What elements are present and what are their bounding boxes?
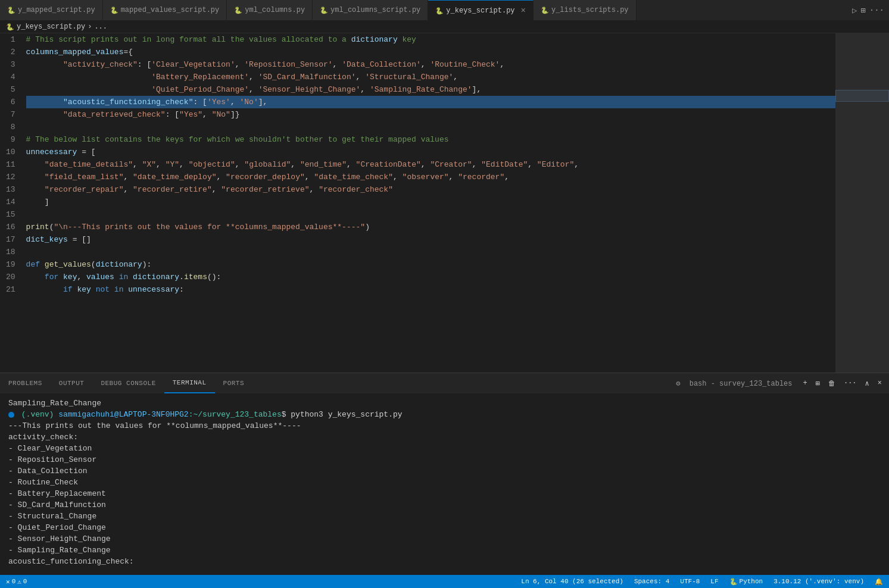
status-bar: ✕ 0 ⚠ 0 Ln 6, Col 40 (26 selected) Space… — [0, 575, 889, 588]
code-line-16: print("\n---This prints out the values f… — [26, 221, 835, 233]
code-line-11: "date_time_details", "X", "Y", "objectid… — [26, 158, 835, 171]
terminal-line-12: - Quiet_Period_Change — [8, 522, 881, 533]
tab-problems[interactable]: PROBLEMS — [0, 373, 51, 393]
py-icon: 🐍 — [541, 7, 548, 14]
terminal-line-11: - Structural_Change — [8, 511, 881, 522]
panel-tab-bar: PROBLEMS OUTPUT DEBUG CONSOLE TERMINAL P… — [0, 373, 889, 394]
panel: PROBLEMS OUTPUT DEBUG CONSOLE TERMINAL P… — [0, 373, 889, 575]
terminal-line-13: - Sensor_Height_Change — [8, 533, 881, 545]
terminal-line-10: - SD_Card_Malfunction — [8, 499, 881, 511]
terminal-line-8: - Routine_Check — [8, 477, 881, 488]
code-line-20: for key, values in dictionary.items(): — [26, 271, 835, 283]
terminal-more-icon[interactable]: ··· — [841, 378, 859, 389]
python-icon: 🐍 — [729, 578, 738, 586]
editor-area: 12345 678910 1112131415 1617181920 21 # … — [0, 33, 889, 373]
code-line-21: if key not in unnecessary: — [26, 283, 835, 296]
language-mode[interactable]: 🐍 Python — [727, 578, 766, 586]
tab-y-lists-scripts[interactable]: 🐍 y_lists_scripts.py — [534, 0, 637, 20]
tab-terminal[interactable]: TERMINAL — [164, 373, 215, 393]
code-line-10: unnecessary = [ — [26, 146, 835, 158]
minimap — [835, 33, 889, 373]
code-line-6: "acoustic_functioning_check": ['Yes', 'N… — [26, 96, 835, 108]
code-line-17: dict_keys = [] — [26, 233, 835, 246]
code-line-19: def get_values(dictionary): — [26, 258, 835, 271]
terminal-output[interactable]: Sampling_Rate_Change (.venv) sammigachuh… — [0, 394, 889, 575]
error-count[interactable]: ✕ 0 ⚠ 0 — [4, 578, 29, 586]
notifications[interactable]: 🔔 — [872, 578, 885, 586]
tab-y-keys-script[interactable]: 🐍 y_keys_script.py × — [428, 0, 534, 20]
code-line-15 — [26, 208, 835, 221]
py-icon: 🐍 — [7, 7, 14, 14]
code-line-14: ] — [26, 196, 835, 208]
code-line-3: "activity_check": ['Clear_Vegetation', '… — [26, 58, 835, 71]
cursor-position[interactable]: Ln 6, Col 40 (26 selected) — [519, 578, 626, 586]
py-file-icon: 🐍 — [6, 23, 14, 31]
code-line-13: "recorder_repair", "recorder_retire", "r… — [26, 183, 835, 196]
panel-actions: ⚙ bash - survey_123_tables + ⊞ 🗑 ··· ∧ × — [666, 378, 889, 389]
maximize-panel-icon[interactable]: ∧ — [863, 378, 872, 389]
code-line-18 — [26, 246, 835, 258]
close-panel-icon[interactable]: × — [875, 378, 884, 389]
terminal-line-3: ---This prints out the values for **colu… — [8, 420, 881, 431]
terminal-line-9: - Battery_Replacement — [8, 488, 881, 499]
status-bar-right: Ln 6, Col 40 (26 selected) Spaces: 4 UTF… — [519, 578, 885, 586]
line-ending-indicator[interactable]: LF — [708, 578, 720, 586]
tab-debug-console[interactable]: DEBUG CONSOLE — [92, 373, 164, 393]
py-icon: 🐍 — [435, 7, 442, 14]
warning-icon: ⚠ — [17, 578, 21, 586]
terminal-line-15: acoustic_functioning_check: — [8, 556, 881, 567]
status-dot — [8, 412, 14, 418]
python-version[interactable]: 3.10.12 ('.venv': venv) — [771, 578, 866, 586]
split-editor-icon[interactable]: ⊞ — [860, 5, 865, 15]
split-terminal-icon[interactable]: ⊞ — [813, 378, 822, 389]
code-line-2: columns_mapped_values={ — [26, 46, 835, 58]
tab-ports[interactable]: PORTS — [215, 373, 253, 393]
terminal-name: ⚙ bash - survey_123_tables — [671, 378, 797, 389]
tab-bar: 🐍 y_mapped_script.py 🐍 mapped_values_scr… — [0, 0, 889, 21]
breadcrumb-more[interactable]: ... — [94, 23, 107, 31]
breadcrumb-separator: › — [88, 23, 92, 31]
terminal-line-5: - Clear_Vegetation — [8, 443, 881, 454]
line-numbers: 12345 678910 1112131415 1617181920 21 — [0, 33, 24, 373]
run-icon[interactable]: ▷ — [852, 5, 857, 15]
more-actions-icon[interactable]: ··· — [869, 5, 884, 15]
tab-y-mapped-script[interactable]: 🐍 y_mapped_script.py — [0, 0, 103, 20]
terminal-line-4: activity_check: — [8, 431, 881, 443]
tab-yml-columns[interactable]: 🐍 yml_columns.py — [227, 0, 313, 20]
code-editor[interactable]: # This script prints out in long format … — [24, 33, 835, 373]
terminal-line-14: - Sampling_Rate_Change — [8, 545, 881, 556]
py-icon: 🐍 — [234, 7, 241, 14]
terminal-prompt-line: (.venv) sammigachuhi@LAPTOP-3NF0HPG2:~/s… — [8, 409, 881, 420]
tab-close-button[interactable]: × — [521, 7, 526, 15]
terminal-line-1: Sampling_Rate_Change — [8, 398, 881, 409]
encoding-indicator[interactable]: UTF-8 — [678, 578, 702, 586]
terminal-line-7: - Data_Collection — [8, 465, 881, 477]
tab-bar-actions: ▷ ⊞ ··· — [847, 0, 889, 20]
code-line-4: 'Battery_Replacement', 'SD_Card_Malfunct… — [26, 71, 835, 83]
new-terminal-icon[interactable]: + — [801, 378, 810, 389]
breadcrumb: 🐍 y_keys_script.py › ... — [0, 21, 889, 33]
code-line-8 — [26, 121, 835, 133]
code-line-12: "field_team_list", "date_time_deploy", "… — [26, 171, 835, 183]
tab-mapped-values-script[interactable]: 🐍 mapped_values_script.py — [103, 0, 227, 20]
py-icon: 🐍 — [320, 7, 327, 14]
code-line-5: 'Quiet_Period_Change', 'Sensor_Height_Ch… — [26, 83, 835, 96]
terminal-line-6: - Reposition_Sensor — [8, 454, 881, 465]
error-icon: ✕ — [6, 578, 10, 586]
terminal-icon: ⚙ — [673, 379, 682, 389]
kill-terminal-icon[interactable]: 🗑 — [826, 378, 838, 389]
py-icon: 🐍 — [110, 7, 117, 14]
code-line-1: # This script prints out in long format … — [26, 33, 835, 46]
spaces-indicator[interactable]: Spaces: 4 — [632, 578, 672, 586]
tab-output[interactable]: OUTPUT — [51, 373, 93, 393]
code-line-9: # The below list contains the keys for w… — [26, 133, 835, 146]
code-line-7: "data_retrieved_check": ["Yes", "No"]} — [26, 108, 835, 121]
tab-yml-columns-script[interactable]: 🐍 yml_columns_script.py — [313, 0, 428, 20]
